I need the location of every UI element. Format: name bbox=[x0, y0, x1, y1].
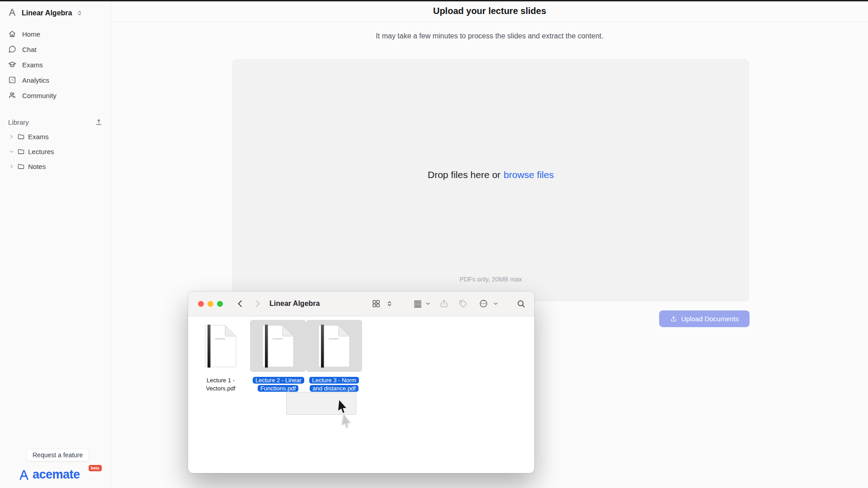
icon-view-icon[interactable] bbox=[372, 299, 381, 308]
workspace-title: Linear Algebra bbox=[22, 9, 72, 17]
sidebar-folder-notes[interactable]: Notes bbox=[0, 159, 111, 174]
users-icon bbox=[8, 91, 16, 99]
scatter-chart-icon bbox=[8, 76, 16, 84]
finder-window-title: Linear Algebra bbox=[269, 300, 320, 308]
upload-icon bbox=[670, 315, 677, 323]
page-title: Upload your lecture slides bbox=[111, 0, 868, 16]
sidebar-nav: Home Chat Exams Analytics Community bbox=[0, 26, 111, 103]
drop-prompt-text: Drop files here or bbox=[428, 169, 500, 180]
sidebar: Linear Algebra Home Chat Exams Analytics… bbox=[0, 0, 111, 488]
more-chevron-down-icon[interactable] bbox=[493, 301, 499, 307]
back-icon[interactable] bbox=[236, 300, 245, 308]
library-section-header: Library bbox=[0, 115, 111, 129]
sidebar-item-label: Community bbox=[22, 92, 57, 99]
file-lecture3[interactable]: Lecture 3 - Norm and distance.pdf bbox=[306, 320, 362, 393]
file-lecture1[interactable]: Lecture 1 - Vectors.pdf bbox=[193, 320, 249, 393]
brand-logo: acemate beta bbox=[17, 468, 111, 482]
forward-icon[interactable] bbox=[253, 300, 262, 308]
sidebar-item-label: Home bbox=[22, 30, 40, 38]
library-label: Library bbox=[8, 118, 29, 126]
page-subtitle: It may take a few minutes to process the… bbox=[111, 32, 868, 40]
finder-toolbar: Linear Algebra bbox=[188, 291, 534, 316]
folder-icon bbox=[17, 163, 25, 170]
sidebar-item-home[interactable]: Home bbox=[0, 26, 111, 42]
sidebar-item-exams[interactable]: Exams bbox=[0, 57, 111, 72]
chevron-updown-icon bbox=[76, 10, 83, 16]
drop-hint: PDFs only, 20MB max bbox=[233, 276, 749, 283]
workspace-switcher[interactable]: Linear Algebra bbox=[0, 0, 111, 23]
file-name: Lecture 2 - Linear Functions.pdf bbox=[253, 376, 303, 393]
upload-icon[interactable] bbox=[95, 118, 103, 126]
folder-icon bbox=[17, 133, 25, 141]
tag-icon[interactable] bbox=[458, 299, 467, 308]
brand-name: acemate bbox=[33, 468, 80, 482]
sidebar-folder-lectures[interactable]: Lectures bbox=[0, 144, 111, 159]
sidebar-footer: Request a feature acemate beta bbox=[0, 449, 111, 488]
upload-documents-button[interactable]: Upload Documents bbox=[659, 310, 750, 327]
view-chevron-updown-icon[interactable] bbox=[386, 300, 393, 307]
group-by-icon[interactable] bbox=[413, 299, 422, 308]
acemate-logo-icon bbox=[7, 7, 17, 19]
traffic-lights bbox=[198, 301, 223, 307]
home-icon bbox=[8, 30, 16, 38]
sidebar-item-community[interactable]: Community bbox=[0, 88, 111, 103]
browse-files-link[interactable]: browse files bbox=[504, 169, 554, 180]
file-dropzone[interactable]: Drop files here orbrowse files PDFs only… bbox=[232, 59, 749, 301]
drop-prompt: Drop files here orbrowse files bbox=[233, 169, 749, 180]
folder-icon bbox=[17, 148, 25, 155]
beta-badge: beta bbox=[89, 465, 102, 471]
sidebar-item-label: Analytics bbox=[22, 76, 49, 84]
pdf-file-icon bbox=[193, 320, 249, 372]
folder-label: Exams bbox=[28, 133, 49, 141]
chevron-right-icon[interactable] bbox=[9, 134, 14, 139]
chevron-down-icon[interactable] bbox=[9, 149, 14, 154]
finder-window[interactable]: Linear Algebra bbox=[188, 291, 534, 473]
library-folder-list: Exams Lectures Notes bbox=[0, 129, 111, 174]
folder-label: Notes bbox=[28, 163, 46, 170]
graduation-cap-icon bbox=[8, 61, 16, 69]
sidebar-item-analytics[interactable]: Analytics bbox=[0, 72, 111, 88]
minimize-window-button[interactable] bbox=[208, 301, 213, 307]
pdf-file-icon bbox=[250, 320, 306, 372]
file-name: Lecture 3 - Norm and distance.pdf bbox=[309, 376, 359, 393]
sidebar-folder-exams[interactable]: Exams bbox=[0, 129, 111, 144]
chat-icon bbox=[8, 45, 16, 53]
search-icon[interactable] bbox=[516, 299, 526, 309]
close-window-button[interactable] bbox=[198, 301, 204, 307]
more-actions-icon[interactable] bbox=[479, 299, 488, 309]
finder-content: Lecture 1 - Vectors.pdf Lecture 2 - Line… bbox=[188, 316, 534, 473]
drag-ghost bbox=[286, 392, 356, 415]
file-name: Lecture 1 - Vectors.pdf bbox=[195, 376, 246, 393]
file-lecture2[interactable]: Lecture 2 - Linear Functions.pdf bbox=[250, 320, 306, 393]
sidebar-item-label: Exams bbox=[22, 61, 43, 69]
group-chevron-down-icon[interactable] bbox=[425, 301, 431, 307]
sidebar-item-chat[interactable]: Chat bbox=[0, 42, 111, 57]
pdf-file-icon bbox=[306, 320, 362, 372]
header-divider bbox=[111, 22, 868, 22]
folder-label: Lectures bbox=[28, 148, 54, 155]
window-top-edge bbox=[0, 0, 868, 1]
upload-documents-label: Upload Documents bbox=[681, 315, 739, 323]
request-feature-button[interactable]: Request a feature bbox=[26, 449, 89, 461]
share-icon[interactable] bbox=[439, 299, 448, 308]
chevron-right-icon[interactable] bbox=[9, 164, 14, 169]
sidebar-item-label: Chat bbox=[22, 46, 37, 53]
zoom-window-button[interactable] bbox=[217, 301, 223, 307]
acemate-logo-icon bbox=[17, 468, 31, 482]
